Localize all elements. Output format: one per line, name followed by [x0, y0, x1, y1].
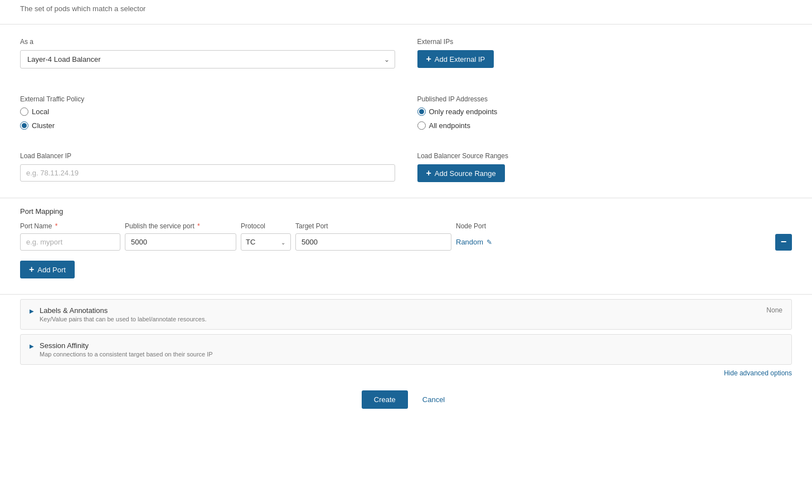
- top-note: The set of pods which match a selector: [0, 0, 812, 24]
- as-a-label: As a: [20, 38, 395, 46]
- add-port-plus-icon: +: [29, 265, 34, 274]
- create-button[interactable]: Create: [362, 390, 408, 409]
- port-name-header: Port Name *: [20, 222, 120, 230]
- bottom-actions-bar: Create Cancel: [0, 381, 812, 418]
- session-affinity-header[interactable]: ▶ Session Affinity Map connections to a …: [21, 335, 791, 364]
- radio-cluster-input[interactable]: [20, 121, 28, 130]
- port-mapping-section: Port Mapping Port Name * Publish the ser…: [0, 198, 812, 294]
- lb-source-ranges-col: Load Balancer Source Ranges + Add Source…: [417, 152, 792, 182]
- radio-local-input[interactable]: [20, 107, 28, 116]
- external-ips-label: External IPs: [417, 38, 792, 46]
- published-ip-label: Published IP Addresses: [417, 95, 792, 103]
- radio-only-ready-input[interactable]: [417, 107, 426, 116]
- plus-icon: +: [426, 55, 431, 63]
- add-external-ip-button[interactable]: + Add External IP: [417, 50, 494, 68]
- session-affinity-title: Session Affinity: [40, 341, 213, 350]
- minus-icon: −: [781, 236, 787, 248]
- as-a-section: As a Layer-4 Load Balancer Layer-7 Load …: [0, 25, 812, 82]
- session-affinity-subtitle: Map connections to a consistent target b…: [40, 351, 213, 358]
- publish-required-star: *: [197, 222, 200, 230]
- labels-annotations-badge: None: [766, 306, 782, 314]
- publish-port-input[interactable]: [125, 233, 236, 251]
- labels-annotations-section: ▶ Labels & Annotations Key/Value pairs t…: [20, 299, 792, 330]
- traffic-section: External Traffic Policy Local Cluster Pu…: [0, 82, 812, 143]
- session-affinity-content: Session Affinity Map connections to a co…: [40, 341, 213, 358]
- add-port-label: Add Port: [37, 266, 66, 274]
- add-source-range-label: Add Source Range: [435, 169, 496, 178]
- labels-annotations-header[interactable]: ▶ Labels & Annotations Key/Value pairs t…: [21, 300, 791, 329]
- hide-advanced-container: Hide advanced options: [0, 369, 812, 381]
- labels-arrow-icon: ▶: [30, 308, 34, 314]
- external-ips-col: External IPs + Add External IP: [417, 38, 792, 68]
- edit-node-port-icon[interactable]: ✎: [487, 238, 492, 246]
- radio-all-endpoints-label: All endpoints: [429, 121, 470, 130]
- port-row: TC TCP UDP SCTP ⌄ Random ✎ −: [20, 233, 792, 251]
- random-text: Random: [456, 238, 483, 246]
- cancel-button[interactable]: Cancel: [417, 390, 450, 409]
- labels-annotations-subtitle: Key/Value pairs that can be used to labe…: [40, 316, 206, 322]
- lb-source-ranges-label: Load Balancer Source Ranges: [417, 152, 792, 160]
- target-port-input[interactable]: [295, 233, 451, 251]
- traffic-policy-label: External Traffic Policy: [20, 95, 395, 103]
- publish-header: Publish the service port *: [125, 222, 236, 230]
- labels-annotations-title: Labels & Annotations: [40, 306, 206, 315]
- published-ip-radio-group: Only ready endpoints All endpoints: [417, 107, 792, 130]
- traffic-policy-radio-group: Local Cluster: [20, 107, 395, 130]
- port-name-input[interactable]: [20, 233, 120, 251]
- add-source-plus-icon: +: [426, 169, 431, 178]
- as-a-select[interactable]: Layer-4 Load Balancer Layer-7 Load Balan…: [20, 50, 395, 68]
- bottom-divider: [0, 294, 812, 295]
- lb-ip-input[interactable]: [20, 164, 395, 182]
- node-port-cell: Random ✎: [456, 238, 771, 246]
- lb-section: Load Balancer IP Load Balancer Source Ra…: [0, 143, 812, 198]
- as-a-col: As a Layer-4 Load Balancer Layer-7 Load …: [20, 38, 395, 68]
- add-external-ip-label: Add External IP: [435, 55, 485, 63]
- target-port-header: Target Port: [295, 222, 451, 230]
- as-a-select-wrapper: Layer-4 Load Balancer Layer-7 Load Balan…: [20, 50, 395, 68]
- port-mapping-label: Port Mapping: [20, 207, 792, 216]
- radio-cluster[interactable]: Cluster: [20, 121, 395, 130]
- radio-local-label: Local: [32, 107, 49, 116]
- published-ip-col: Published IP Addresses Only ready endpoi…: [417, 95, 792, 130]
- add-port-button[interactable]: + Add Port: [20, 261, 75, 278]
- port-row-headers: Port Name * Publish the service port * P…: [20, 222, 792, 230]
- lb-ip-label: Load Balancer IP: [20, 152, 395, 160]
- hide-advanced-link[interactable]: Hide advanced options: [724, 369, 792, 377]
- protocol-select-wrapper: TC TCP UDP SCTP ⌄: [241, 233, 291, 251]
- node-port-header: Node Port: [456, 222, 792, 230]
- session-arrow-icon: ▶: [30, 343, 34, 349]
- port-name-required-star: *: [55, 222, 58, 230]
- radio-all-endpoints[interactable]: All endpoints: [417, 121, 792, 130]
- radio-only-ready-label: Only ready endpoints: [429, 107, 498, 116]
- radio-local[interactable]: Local: [20, 107, 395, 116]
- protocol-header: Protocol: [241, 222, 291, 230]
- radio-only-ready[interactable]: Only ready endpoints: [417, 107, 792, 116]
- radio-cluster-label: Cluster: [32, 121, 55, 130]
- radio-all-endpoints-input[interactable]: [417, 121, 426, 130]
- labels-annotations-content: Labels & Annotations Key/Value pairs tha…: [40, 306, 206, 322]
- protocol-select[interactable]: TC TCP UDP SCTP: [241, 233, 291, 251]
- lb-ip-col: Load Balancer IP: [20, 152, 395, 182]
- traffic-policy-col: External Traffic Policy Local Cluster: [20, 95, 395, 130]
- session-affinity-section: ▶ Session Affinity Map connections to a …: [20, 334, 792, 365]
- remove-port-button[interactable]: −: [775, 234, 792, 251]
- add-source-range-button[interactable]: + Add Source Range: [417, 164, 505, 182]
